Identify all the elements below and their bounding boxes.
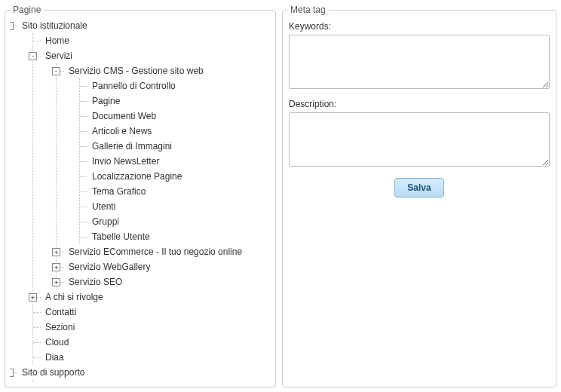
collapse-icon[interactable]: - [52,67,60,75]
tree-row[interactable]: Servizio SEO [69,274,122,289]
keywords-label: Keywords: [289,21,550,32]
tree-node-label[interactable]: Cloud [45,335,69,350]
tree-node: Contatti [33,305,268,320]
tree-node-label[interactable]: Pagine [92,93,120,109]
tree-node: -Servizio CMS - Gestione sito webPannell… [57,63,268,244]
tree-row[interactable]: Sezioni [45,320,75,335]
tree-node-label[interactable]: Servizi [45,48,72,63]
meta-panel-title: Meta tag [287,5,329,15]
tree-node-label[interactable]: Pannello di Controllo [92,78,176,93]
tree-row[interactable]: Articoli e News [92,124,152,139]
description-input[interactable] [289,112,550,167]
tree-row[interactable]: Invio NewsLetter [92,154,159,169]
save-button[interactable]: Salva [394,178,443,198]
tree-node-label[interactable]: Localizzazione Pagine [92,169,182,184]
tree-node: Sezioni [33,320,268,335]
tree-node: Home [33,380,268,382]
collapse-icon[interactable]: - [29,52,37,60]
tree-scroll-area[interactable]: -Sito istituzionaleHome-Servizi-Servizio… [10,18,271,382]
tree-node-label[interactable]: Sito di supporto [22,365,84,380]
keywords-row: Keywords: [289,21,550,91]
tree-row[interactable]: Tema Grafico [92,184,146,199]
tree-node-label[interactable]: Diaa [45,350,64,365]
expand-icon[interactable]: + [52,278,60,286]
tree-row[interactable]: A chi si rivolge [45,289,103,305]
tree-node: Invio NewsLetter [80,154,268,169]
tree-node: Articoli e News [80,124,268,139]
pages-panel-title: Pagine [10,5,44,15]
button-bar: Salva [287,178,551,198]
collapse-icon[interactable]: - [10,369,14,377]
tree-node-label[interactable]: Tema Grafico [92,184,146,199]
tree-node: Gallerie di Immagini [80,139,268,154]
tree-row[interactable]: Tabelle Utente [92,229,150,244]
description-row: Description: [289,99,550,169]
tree-row[interactable]: Servizi [45,48,72,63]
tree-row[interactable]: Gallerie di Immagini [92,139,172,154]
tree-node-label[interactable]: Invio NewsLetter [92,154,159,169]
tree-node: +A chi si rivolge [33,289,268,305]
tree-row[interactable]: Servizio WebGallery [69,259,150,274]
tree-row[interactable]: Contatti [45,305,76,320]
tree-node-label[interactable]: Sezioni [45,320,75,335]
tree-node: -Servizi-Servizio CMS - Gestione sito we… [33,48,268,289]
tree-row[interactable]: Documenti Web [92,109,156,124]
tree-row[interactable]: Gruppi [92,214,119,229]
tree-row[interactable]: Utenti [92,199,115,214]
tree-node-label[interactable]: Home [45,380,69,382]
tree-node: Utenti [80,199,268,214]
expand-icon[interactable]: + [52,248,60,256]
tree-children: Home-Servizi-Servizio CMS - Gestione sit… [32,33,268,365]
tree-node-label[interactable]: Servizio CMS - Gestione sito web [69,63,204,78]
tree-row[interactable]: Home [45,380,69,382]
tree-node: +Servizio WebGallery [57,259,268,274]
tree-node: Pagine [80,93,268,109]
tree-node-label[interactable]: Home [45,33,69,48]
tree-node-label[interactable]: Contatti [45,305,76,320]
tree-row[interactable]: Sito istituzionale [22,18,87,33]
tree-node: Tema Grafico [80,184,268,199]
expand-icon[interactable]: + [29,293,37,302]
tree-row[interactable]: Cloud [45,335,69,350]
tree-node: Diaa [33,350,268,365]
tree-row[interactable]: Servizio CMS - Gestione sito web [69,63,204,78]
tree-node-label[interactable]: Servizio SEO [69,274,122,289]
tree-node-label[interactable]: Utenti [92,199,115,214]
tree-node-label[interactable]: Gruppi [92,214,119,229]
tree-row[interactable]: Servizio ECommerce - Il tuo negozio onli… [69,244,242,259]
collapse-icon[interactable]: - [10,22,14,30]
tree-node: +Servizio SEO [57,274,268,289]
tree-node: +Servizio ECommerce - Il tuo negozio onl… [57,244,268,259]
pages-panel: Pagine -Sito istituzionaleHome-Servizi-S… [5,5,276,387]
main-layout: Pagine -Sito istituzionaleHome-Servizi-S… [5,5,556,387]
tree-node: Home [33,33,268,48]
description-label: Description: [289,99,550,109]
tree-node: Localizzazione Pagine [80,169,268,184]
tree-children: HomeHelp [32,380,268,382]
tree-row[interactable]: Pagine [92,93,120,109]
tree-node: -Sito istituzionaleHome-Servizi-Servizio… [10,18,268,365]
tree-row[interactable]: Pannello di Controllo [92,78,176,93]
tree-node: Pannello di Controllo [80,78,268,93]
tree-row[interactable]: Sito di supporto [22,365,84,380]
tree-children: Pannello di ControlloPagineDocumenti Web… [79,78,268,244]
tree-node: Tabelle Utente [80,229,268,244]
tree-node-label[interactable]: Servizio ECommerce - Il tuo negozio onli… [69,244,242,259]
tree-row[interactable]: Home [45,33,69,48]
tree-node-label[interactable]: A chi si rivolge [45,289,103,305]
tree-node-label[interactable]: Documenti Web [92,109,156,124]
tree-node-label[interactable]: Articoli e News [92,124,152,139]
tree-node: Cloud [33,335,268,350]
expand-icon[interactable]: + [52,263,60,271]
keywords-input[interactable] [289,35,550,89]
meta-panel: Meta tag Keywords: Description: Salva [282,5,556,387]
tree-node-label[interactable]: Gallerie di Immagini [92,139,172,154]
page-tree: -Sito istituzionaleHome-Servizi-Servizio… [10,18,268,382]
tree-node-label[interactable]: Sito istituzionale [22,18,87,33]
tree-node-label[interactable]: Servizio WebGallery [69,259,150,274]
tree-node-label[interactable]: Tabelle Utente [92,229,150,244]
tree-row[interactable]: Diaa [45,350,64,365]
tree-node: -Sito di supportoHomeHelp [10,365,268,382]
tree-row[interactable]: Localizzazione Pagine [92,169,182,184]
tree-children: -Servizio CMS - Gestione sito webPannell… [56,63,268,289]
